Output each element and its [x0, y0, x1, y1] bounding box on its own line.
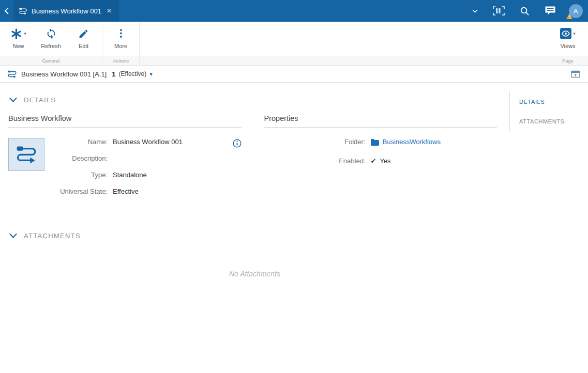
- close-icon[interactable]: ✕: [105, 6, 113, 15]
- field-label-enabled: Enabled:: [264, 156, 366, 166]
- chevron-left-icon: [4, 7, 9, 15]
- field-value-name: Business Workflow 001: [113, 137, 242, 147]
- properties-title: Properties: [264, 114, 497, 128]
- chevron-down-icon: ▾: [573, 32, 576, 36]
- more-button-label: More: [114, 43, 127, 49]
- topbar: Business Workflow 001 ✕ A: [0, 0, 588, 22]
- topbar-dropdown-button[interactable]: [464, 0, 486, 22]
- check-icon: ✔: [371, 156, 376, 166]
- field-label-universal-state: Universal State:: [8, 186, 108, 197]
- main-area: DETAILS Business Workflow Name: Business…: [0, 83, 588, 373]
- field-label-folder: Folder:: [264, 137, 366, 147]
- folder-icon: [371, 139, 379, 146]
- back-button[interactable]: [0, 0, 13, 22]
- info-button[interactable]: [233, 139, 242, 148]
- new-button-label: New: [12, 43, 24, 49]
- workflow-icon: [19, 7, 27, 15]
- main-content: DETAILS Business Workflow Name: Business…: [0, 83, 509, 373]
- field-label-type: Type:: [8, 170, 108, 180]
- views-button[interactable]: ▾ Views: [550, 26, 586, 49]
- warning-icon: [566, 13, 572, 19]
- workflow-icon: [15, 143, 38, 166]
- ribbon-group-label-page: Page: [548, 56, 588, 65]
- details-section-header[interactable]: DETAILS: [0, 83, 509, 104]
- chat-icon: [545, 6, 556, 16]
- eye-icon: [560, 28, 571, 39]
- workflow-icon: [7, 69, 17, 79]
- search-icon: [520, 6, 530, 16]
- details-columns: Business Workflow Name: Business Workflo…: [0, 104, 509, 197]
- refresh-icon: [46, 28, 57, 39]
- chat-button[interactable]: [537, 0, 563, 22]
- refresh-button[interactable]: Refresh: [35, 26, 67, 49]
- info-icon: [233, 139, 242, 148]
- barcode-icon: [493, 6, 505, 15]
- asterisk-icon: [10, 28, 22, 40]
- new-button[interactable]: ▾ New: [2, 26, 35, 49]
- ribbon-group-page: ▾ Views Page: [548, 22, 588, 65]
- record-title: Business Workflow 001 [A.1]: [21, 70, 107, 78]
- field-value-enabled: Yes: [380, 156, 390, 166]
- side-nav: DETAILS ATTACHMENTS: [509, 91, 588, 132]
- ribbon-group-actions: More Actions: [102, 22, 140, 65]
- record-header: Business Workflow 001 [A.1] 1 (Effective…: [0, 66, 588, 83]
- more-button[interactable]: More: [104, 26, 137, 49]
- refresh-button-label: Refresh: [41, 43, 61, 49]
- ribbon-group-general: ▾ New Refresh Edit General: [0, 22, 102, 65]
- folder-link[interactable]: BusinessWorkflows: [383, 137, 441, 147]
- chevron-down-icon: [9, 234, 17, 238]
- properties-fields: Folder: BusinessWorkflows Enabled: ✔ Yes: [264, 128, 497, 166]
- edit-button-label: Edit: [79, 43, 88, 49]
- field-value-universal-state: Effective: [113, 186, 242, 197]
- edit-button[interactable]: Edit: [67, 26, 100, 49]
- pencil-icon: [78, 28, 89, 39]
- chevron-down-icon: ▾: [24, 32, 26, 36]
- revision-state-dropdown[interactable]: 1 (Effective) ▾: [111, 70, 153, 78]
- chevron-down-icon: ▾: [149, 71, 153, 77]
- no-attachments-text: No Attachments: [0, 270, 509, 278]
- form-title: Business Workflow: [8, 114, 242, 128]
- ribbon: ▾ New Refresh Edit General: [0, 22, 588, 66]
- attachments-section-title: ATTACHMENTS: [24, 232, 81, 240]
- views-button-label: Views: [560, 43, 575, 49]
- business-workflow-form: Business Workflow Name: Business Workflo…: [8, 114, 242, 197]
- record-state: (Effective): [118, 70, 146, 77]
- avatar[interactable]: A: [563, 0, 588, 22]
- chevron-down-icon: [9, 98, 17, 102]
- properties-form: Properties Folder: BusinessWorkflows Ena…: [264, 114, 497, 197]
- barcode-button[interactable]: [486, 0, 511, 22]
- search-button[interactable]: [511, 0, 537, 22]
- popout-icon: [571, 70, 580, 78]
- tab-title: Business Workflow 001: [32, 7, 101, 15]
- ellipsis-icon: [115, 28, 127, 39]
- popout-button[interactable]: [569, 68, 582, 80]
- details-section-title: DETAILS: [24, 96, 56, 104]
- item-type-icon: [8, 138, 44, 171]
- record-revision: 1: [112, 70, 115, 78]
- ribbon-group-label-actions: Actions: [102, 56, 139, 65]
- attachments-section-header[interactable]: ATTACHMENTS: [0, 219, 509, 240]
- chevron-down-icon: [472, 9, 478, 13]
- tab-business-workflow[interactable]: Business Workflow 001 ✕: [13, 0, 119, 22]
- ribbon-group-label-general: General: [0, 56, 102, 65]
- side-nav-details[interactable]: DETAILS: [510, 92, 588, 112]
- field-value-type: Standalone: [113, 170, 242, 180]
- side-nav-attachments[interactable]: ATTACHMENTS: [510, 112, 588, 131]
